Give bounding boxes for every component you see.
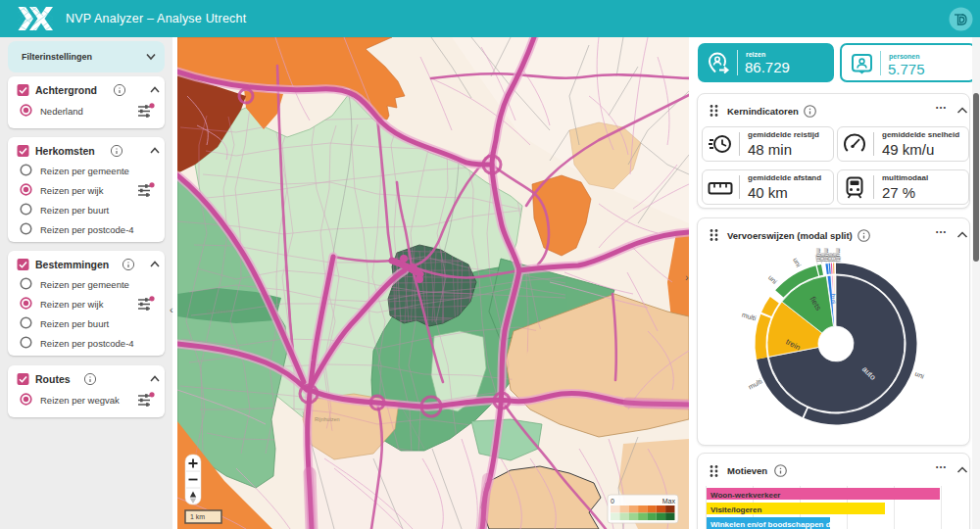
svg-text:Woon-werkverkeer: Woon-werkverkeer [710,491,780,500]
svg-text:De Meern: De Meern [207,308,230,314]
svg-text:bus: bus [830,293,838,305]
svg-text:multi: multi [741,312,758,322]
svg-text:0: 0 [611,498,614,505]
svg-text:Winkelen en/of boodschappen do: Winkelen en/of boodschappen doen [710,520,845,529]
svg-text:1 km: 1 km [190,513,205,520]
svg-text:Rijnhuizen: Rijnhuizen [315,416,340,422]
svg-text:Max: Max [662,498,676,505]
svg-text:uni: uni [914,370,926,380]
svg-text:uni: uni [767,274,779,286]
svg-text:Visite/logeren: Visite/logeren [710,505,761,514]
svg-text:multi: multi [747,377,763,390]
svg-text:multi: multi [835,248,842,262]
svg-text:uni: uni [792,257,803,268]
